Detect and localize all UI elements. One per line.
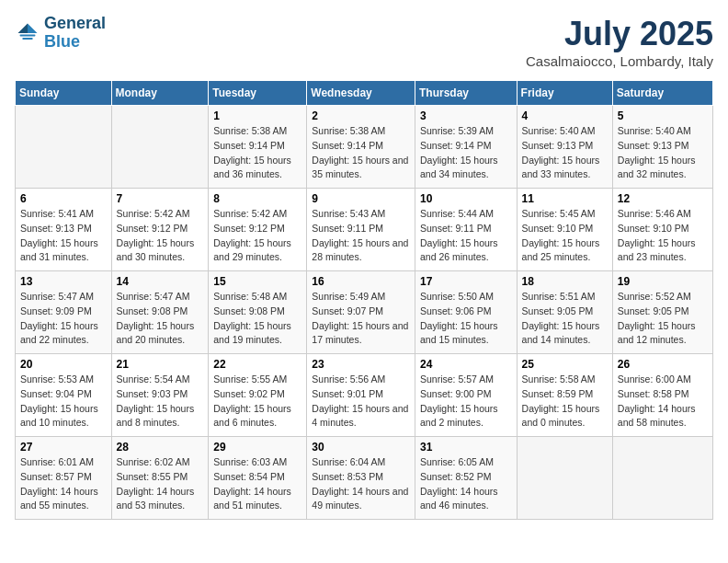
calendar-cell: 26Sunrise: 6:00 AM Sunset: 8:58 PM Dayli…	[612, 354, 712, 437]
calendar-cell: 31Sunrise: 6:05 AM Sunset: 8:52 PM Dayli…	[415, 437, 517, 520]
weekday-header-tuesday: Tuesday	[209, 81, 307, 106]
calendar-cell	[16, 106, 112, 189]
day-info: Sunrise: 5:43 AM Sunset: 9:11 PM Dayligh…	[312, 207, 410, 265]
day-number: 16	[312, 275, 410, 288]
calendar-cell: 3Sunrise: 5:39 AM Sunset: 9:14 PM Daylig…	[415, 106, 517, 189]
day-info: Sunrise: 6:02 AM Sunset: 8:55 PM Dayligh…	[117, 455, 204, 513]
day-info: Sunrise: 5:44 AM Sunset: 9:11 PM Dayligh…	[420, 207, 512, 265]
day-info: Sunrise: 5:50 AM Sunset: 9:06 PM Dayligh…	[420, 290, 512, 348]
weekday-header-friday: Friday	[517, 81, 612, 106]
calendar-cell: 16Sunrise: 5:49 AM Sunset: 9:07 PM Dayli…	[307, 271, 415, 354]
calendar-cell: 9Sunrise: 5:43 AM Sunset: 9:11 PM Daylig…	[307, 189, 415, 271]
day-number: 14	[117, 275, 204, 288]
day-number: 10	[420, 192, 512, 205]
week-row-4: 20Sunrise: 5:53 AM Sunset: 9:04 PM Dayli…	[16, 354, 713, 437]
day-info: Sunrise: 5:38 AM Sunset: 9:14 PM Dayligh…	[312, 124, 410, 182]
month-title: July 2025	[526, 15, 713, 53]
calendar-cell: 19Sunrise: 5:52 AM Sunset: 9:05 PM Dayli…	[612, 271, 712, 354]
title-block: July 2025 Casalmaiocco, Lombardy, Italy	[526, 15, 713, 69]
calendar-cell: 28Sunrise: 6:02 AM Sunset: 8:55 PM Dayli…	[111, 437, 209, 520]
day-number: 17	[420, 275, 512, 288]
day-number: 28	[117, 441, 204, 454]
day-number: 8	[213, 192, 301, 205]
week-row-1: 1Sunrise: 5:38 AM Sunset: 9:14 PM Daylig…	[16, 106, 713, 189]
day-number: 26	[618, 358, 708, 371]
calendar-cell: 13Sunrise: 5:47 AM Sunset: 9:09 PM Dayli…	[16, 271, 112, 354]
day-info: Sunrise: 5:51 AM Sunset: 9:05 PM Dayligh…	[522, 290, 608, 348]
svg-rect-4	[22, 38, 32, 40]
calendar-cell: 25Sunrise: 5:58 AM Sunset: 8:59 PM Dayli…	[517, 354, 612, 437]
calendar-cell: 11Sunrise: 5:45 AM Sunset: 9:10 PM Dayli…	[517, 189, 612, 271]
calendar-cell: 8Sunrise: 5:42 AM Sunset: 9:12 PM Daylig…	[209, 189, 307, 271]
day-info: Sunrise: 5:47 AM Sunset: 9:09 PM Dayligh…	[20, 290, 107, 348]
day-number: 31	[420, 441, 512, 454]
calendar-cell: 29Sunrise: 6:03 AM Sunset: 8:54 PM Dayli…	[209, 437, 307, 520]
day-number: 22	[213, 358, 301, 371]
calendar-cell: 10Sunrise: 5:44 AM Sunset: 9:11 PM Dayli…	[415, 189, 517, 271]
day-number: 19	[618, 275, 708, 288]
day-info: Sunrise: 5:56 AM Sunset: 9:01 PM Dayligh…	[312, 373, 410, 431]
day-number: 11	[522, 192, 608, 205]
logo-icon	[15, 20, 40, 46]
day-number: 1	[213, 109, 301, 122]
weekday-header-row: SundayMondayTuesdayWednesdayThursdayFrid…	[16, 81, 713, 106]
day-number: 18	[522, 275, 608, 288]
day-info: Sunrise: 5:42 AM Sunset: 9:12 PM Dayligh…	[117, 207, 204, 265]
weekday-header-sunday: Sunday	[16, 81, 112, 106]
calendar-cell: 22Sunrise: 5:55 AM Sunset: 9:02 PM Dayli…	[209, 354, 307, 437]
day-info: Sunrise: 6:01 AM Sunset: 8:57 PM Dayligh…	[20, 455, 107, 513]
location: Casalmaiocco, Lombardy, Italy	[526, 53, 713, 69]
day-info: Sunrise: 6:00 AM Sunset: 8:58 PM Dayligh…	[618, 373, 708, 431]
day-info: Sunrise: 6:05 AM Sunset: 8:52 PM Dayligh…	[420, 455, 512, 513]
day-info: Sunrise: 5:54 AM Sunset: 9:03 PM Dayligh…	[117, 373, 204, 431]
calendar-cell	[517, 437, 612, 520]
day-number: 30	[312, 441, 410, 454]
svg-rect-3	[20, 34, 36, 36]
day-info: Sunrise: 5:52 AM Sunset: 9:05 PM Dayligh…	[618, 290, 708, 348]
calendar-cell: 15Sunrise: 5:48 AM Sunset: 9:08 PM Dayli…	[209, 271, 307, 354]
day-info: Sunrise: 5:40 AM Sunset: 9:13 PM Dayligh…	[618, 124, 708, 182]
day-info: Sunrise: 5:38 AM Sunset: 9:14 PM Dayligh…	[213, 124, 301, 182]
weekday-header-monday: Monday	[111, 81, 209, 106]
day-number: 24	[420, 358, 512, 371]
calendar-cell: 4Sunrise: 5:40 AM Sunset: 9:13 PM Daylig…	[517, 106, 612, 189]
svg-marker-1	[28, 23, 38, 33]
calendar-cell: 2Sunrise: 5:38 AM Sunset: 9:14 PM Daylig…	[307, 106, 415, 189]
day-number: 5	[618, 109, 708, 122]
day-info: Sunrise: 6:03 AM Sunset: 8:54 PM Dayligh…	[213, 455, 301, 513]
logo: General Blue	[15, 15, 106, 52]
week-row-5: 27Sunrise: 6:01 AM Sunset: 8:57 PM Dayli…	[16, 437, 713, 520]
day-number: 4	[522, 109, 608, 122]
week-row-2: 6Sunrise: 5:41 AM Sunset: 9:13 PM Daylig…	[16, 189, 713, 271]
calendar-cell: 6Sunrise: 5:41 AM Sunset: 9:13 PM Daylig…	[16, 189, 112, 271]
week-row-3: 13Sunrise: 5:47 AM Sunset: 9:09 PM Dayli…	[16, 271, 713, 354]
calendar-cell: 30Sunrise: 6:04 AM Sunset: 8:53 PM Dayli…	[307, 437, 415, 520]
day-info: Sunrise: 5:48 AM Sunset: 9:08 PM Dayligh…	[213, 290, 301, 348]
weekday-header-wednesday: Wednesday	[307, 81, 415, 106]
weekday-header-saturday: Saturday	[612, 81, 712, 106]
day-number: 15	[213, 275, 301, 288]
calendar-cell: 27Sunrise: 6:01 AM Sunset: 8:57 PM Dayli…	[16, 437, 112, 520]
day-number: 27	[20, 441, 107, 454]
day-number: 29	[213, 441, 301, 454]
page-header: General Blue July 2025 Casalmaiocco, Lom…	[15, 15, 713, 69]
day-number: 25	[522, 358, 608, 371]
calendar-table: SundayMondayTuesdayWednesdayThursdayFrid…	[15, 80, 713, 520]
calendar-cell: 12Sunrise: 5:46 AM Sunset: 9:10 PM Dayli…	[612, 189, 712, 271]
calendar-cell	[111, 106, 209, 189]
day-number: 20	[20, 358, 107, 371]
day-info: Sunrise: 5:55 AM Sunset: 9:02 PM Dayligh…	[213, 373, 301, 431]
day-info: Sunrise: 5:47 AM Sunset: 9:08 PM Dayligh…	[117, 290, 204, 348]
calendar-cell: 23Sunrise: 5:56 AM Sunset: 9:01 PM Dayli…	[307, 354, 415, 437]
day-info: Sunrise: 5:58 AM Sunset: 8:59 PM Dayligh…	[522, 373, 608, 431]
day-info: Sunrise: 5:41 AM Sunset: 9:13 PM Dayligh…	[20, 207, 107, 265]
calendar-cell: 21Sunrise: 5:54 AM Sunset: 9:03 PM Dayli…	[111, 354, 209, 437]
day-info: Sunrise: 5:49 AM Sunset: 9:07 PM Dayligh…	[312, 290, 410, 348]
calendar-cell: 14Sunrise: 5:47 AM Sunset: 9:08 PM Dayli…	[111, 271, 209, 354]
day-number: 21	[117, 358, 204, 371]
weekday-header-thursday: Thursday	[415, 81, 517, 106]
day-number: 7	[117, 192, 204, 205]
day-number: 6	[20, 192, 107, 205]
calendar-cell: 5Sunrise: 5:40 AM Sunset: 9:13 PM Daylig…	[612, 106, 712, 189]
day-info: Sunrise: 5:46 AM Sunset: 9:10 PM Dayligh…	[618, 207, 708, 265]
